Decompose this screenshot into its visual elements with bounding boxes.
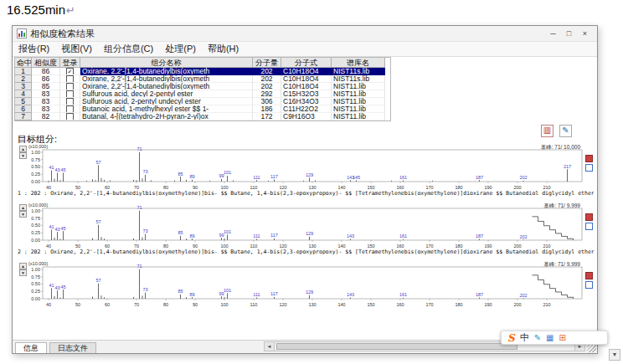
table-row-4[interactable]: 483Sulfurous acid, decyl 2-pentyl ester2…	[15, 90, 390, 98]
cell-formula: C10H18O4	[281, 75, 332, 83]
svg-text:202: 202	[519, 234, 527, 239]
spin-down-icon[interactable]: ▼	[19, 269, 27, 276]
tab-2[interactable]: 日志文件	[49, 342, 96, 353]
cell-mw: 292	[253, 90, 281, 98]
svg-text:73: 73	[142, 228, 147, 233]
ime-keyboard-icon[interactable]: ▦	[546, 333, 553, 342]
register-checkbox[interactable]	[66, 113, 74, 120]
cell-hit: 5	[15, 98, 32, 105]
scroll-left-icon[interactable]: ◄	[265, 342, 275, 351]
table-row-5[interactable]: 583Sulfurous acid, 2-pentyl undecyl este…	[15, 98, 390, 105]
retention-time-value: 16.525min	[7, 3, 65, 17]
spin-up-icon[interactable]: ▲	[19, 146, 27, 152]
sogou-logo-icon[interactable]: S	[507, 332, 515, 344]
register-checkbox[interactable]	[66, 105, 74, 113]
target-spectrum-panel: ▲ ▼ 基峰: 71/ 10,000 (x10,000)1.000.750.50…	[19, 143, 595, 192]
cell-hit: 6	[15, 105, 32, 113]
ime-chinese-mode[interactable]: 中	[520, 331, 529, 344]
close-button[interactable]: ×	[577, 28, 593, 40]
svg-text:120: 120	[279, 302, 286, 307]
svg-text:85: 85	[178, 230, 183, 235]
mass-spectrum-plot-hit2: (x10,000)1.000.750.500.250.0040506070809…	[28, 260, 595, 309]
svg-text:143: 143	[347, 292, 354, 297]
column-header-0[interactable]: 命中	[15, 58, 32, 68]
page-scroll-down-icon[interactable]: ▼	[609, 349, 620, 361]
svg-text:217: 217	[564, 164, 571, 169]
spin-down-icon[interactable]: ▼	[19, 211, 27, 218]
svg-text:202: 202	[519, 175, 527, 180]
window-titlebar[interactable]: 相似度检索结果 ─ □ ×	[13, 26, 597, 42]
minimize-button[interactable]: ─	[545, 28, 561, 40]
menu-item-2[interactable]: 视图(V)	[55, 43, 98, 55]
menu-item-3[interactable]: 组分信息(C)	[98, 43, 159, 55]
register-checkbox[interactable]	[66, 98, 74, 105]
ime-pen-icon[interactable]: ✎	[534, 333, 541, 342]
svg-text:161: 161	[399, 175, 407, 180]
svg-text:0.75: 0.75	[31, 274, 40, 279]
register-checkbox[interactable]	[66, 75, 74, 83]
column-header-3[interactable]: 组分名称	[80, 58, 253, 68]
cell-similarity: 85	[32, 83, 60, 90]
cell-register	[60, 75, 80, 83]
table-row-7[interactable]: 782Butanal, 4-[(tetrahydro-2H-pyran-2-yl…	[15, 113, 390, 120]
spin-up-icon[interactable]: ▲	[19, 204, 27, 211]
cell-name: Sulfurous acid, 2-pentyl undecyl ester	[80, 98, 253, 105]
svg-text:43: 43	[54, 227, 59, 232]
svg-text:0.00: 0.00	[31, 179, 40, 184]
panel-red-icon[interactable]	[585, 213, 593, 221]
cell-hit: 1	[15, 68, 32, 75]
ime-toolbox-icon[interactable]: ⊞	[559, 333, 566, 342]
cell-register	[60, 83, 80, 90]
table-row-2[interactable]: 286Oxirane, 2,2'-[1,4-butanediylbis(oxym…	[15, 75, 390, 83]
svg-text:0.00: 0.00	[31, 296, 40, 301]
table-toolbar: ▥ ✎	[541, 125, 572, 137]
column-header-5[interactable]: 分子式	[281, 58, 332, 68]
register-checkbox[interactable]	[66, 83, 74, 90]
menu-item-1[interactable]: 报告(R)	[13, 43, 55, 55]
panel-red-icon[interactable]	[585, 155, 593, 162]
column-header-1[interactable]: 相似度	[32, 58, 60, 68]
menu-item-5[interactable]: 帮助(H)	[202, 43, 245, 55]
panel-red-icon[interactable]	[585, 272, 593, 279]
cell-similarity: 83	[32, 105, 60, 113]
table-header-row: 命中相似度登录组分名称分子量分子式谱库名	[15, 58, 390, 68]
svg-text:129: 129	[306, 231, 313, 236]
cell-mw: 186	[253, 105, 281, 113]
maximize-button[interactable]: □	[561, 28, 577, 40]
panel-blue-icon[interactable]	[585, 281, 593, 289]
spin-up-icon[interactable]: ▲	[19, 263, 27, 269]
table-row-1[interactable]: 186✓Oxirane, 2,2'-[1,4-butanediylbis(oxy…	[15, 68, 390, 75]
panel-blue-icon[interactable]	[585, 223, 593, 230]
cell-mw: 202	[253, 83, 281, 90]
library-tool-icon[interactable]: ▥	[541, 125, 553, 137]
svg-text:85: 85	[178, 289, 183, 294]
column-header-6[interactable]: 谱库名	[332, 58, 385, 68]
panel-side-tools	[585, 213, 594, 232]
svg-text:190: 190	[484, 302, 492, 307]
tab-1[interactable]: 信息	[15, 342, 47, 353]
spin-down-icon[interactable]: ▼	[19, 152, 27, 159]
panel-blue-icon[interactable]	[585, 164, 593, 172]
svg-text:187: 187	[476, 175, 483, 180]
similarity-search-window: 相似度检索结果 ─ □ × 报告(R)视图(V)组分信息(C)处理(P)帮助(H…	[12, 25, 598, 354]
table-row-3[interactable]: 385Oxirane, 2,2'-[1,4-butanediylbis(oxym…	[15, 83, 390, 90]
window-buttons: ─ □ ×	[545, 28, 593, 40]
menu-item-4[interactable]: 处理(P)	[159, 43, 202, 55]
column-header-2[interactable]: 登录	[60, 58, 80, 68]
svg-text:0.25: 0.25	[31, 289, 40, 294]
svg-text:101: 101	[224, 288, 231, 293]
window-title: 相似度检索结果	[30, 28, 95, 40]
svg-text:111: 111	[253, 175, 260, 180]
svg-text:1.00: 1.00	[31, 150, 40, 155]
register-checkbox[interactable]: ✓	[66, 68, 74, 75]
register-checkbox[interactable]	[66, 90, 74, 98]
edit-tool-icon[interactable]: ✎	[559, 125, 572, 137]
svg-text:45: 45	[60, 285, 65, 290]
scrollbar-thumb[interactable]	[276, 343, 517, 350]
spectrum-spin-controls: ▲ ▼	[19, 146, 27, 159]
table-row-6[interactable]: 683Butanoic acid, 1-methylhexyl ester $$…	[15, 105, 390, 113]
svg-text:0.75: 0.75	[31, 216, 40, 221]
svg-text:71: 71	[136, 205, 142, 210]
column-header-4[interactable]: 分子量	[253, 58, 281, 68]
page: 16.525min↵ 相似度检索结果 ─ □ × 报告(R)视图(V)组分信息(…	[0, 0, 623, 364]
